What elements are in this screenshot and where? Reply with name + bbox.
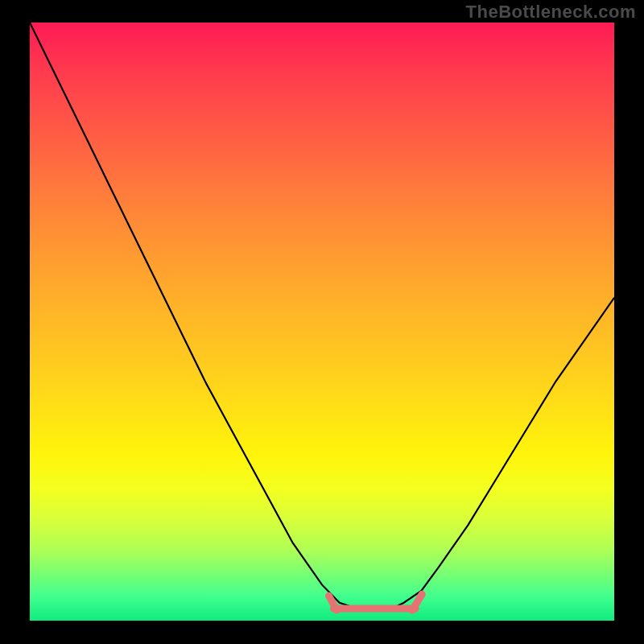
bottleneck-curve — [30, 23, 614, 609]
chart-svg — [30, 23, 614, 621]
marker-cluster-left — [329, 594, 423, 610]
plot-area — [30, 23, 614, 621]
chart-frame: TheBottleneck.com — [0, 0, 644, 644]
watermark-text: TheBottleneck.com — [466, 2, 636, 23]
